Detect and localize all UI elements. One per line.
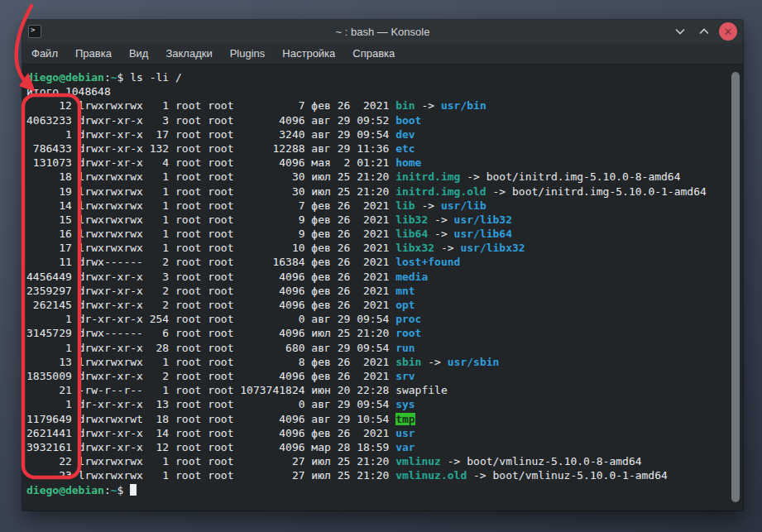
file-name: run — [395, 342, 415, 354]
symlink-arrow: -> — [467, 469, 492, 482]
prompt-user-host: diego@debian — [26, 71, 104, 84]
ls-row: 12 lrwxrwxrwx 1 root root 7 фев 26 2021 … — [26, 98, 730, 113]
ls-row-meta: 19 lrwxrwxrwx 1 root root 30 июл 25 21:2… — [26, 185, 395, 198]
ls-row-meta: 2359297 drwxr-xr-x 2 root root 4096 фев … — [26, 285, 395, 297]
symlink-arrow: -> — [421, 356, 447, 368]
ls-row-meta: 14 lrwxrwxrwx 1 root root 7 фев 26 2021 — [26, 199, 395, 212]
file-name: vmlinuz — [395, 455, 441, 467]
minimize-button[interactable] — [671, 22, 689, 41]
maximize-button[interactable] — [695, 22, 713, 41]
symlink-target: usr/libx32 — [460, 242, 525, 254]
file-name: tmp — [395, 413, 415, 425]
symlink-target: usr/lib32 — [454, 213, 512, 226]
ls-row-meta: 16 lrwxrwxrwx 1 root root 9 фев 26 2021 — [26, 228, 395, 240]
file-name: bin — [395, 99, 415, 112]
close-icon: ✕ — [724, 26, 733, 37]
ls-row: 1 dr-xr-xr-x 13 root root 0 авг 29 09:54… — [26, 397, 730, 411]
ls-row-meta: 11 drwx------ 2 root root 16384 фев 26 2… — [26, 256, 395, 268]
file-name: srv — [395, 370, 415, 382]
ls-row: 17 lrwxrwxrwx 1 root root 10 фев 26 2021… — [26, 241, 730, 255]
ls-row-meta: 1179649 drwxrwxrwt 18 root root 4096 авг… — [26, 413, 395, 425]
ls-row: 16 lrwxrwxrwx 1 root root 9 фев 26 2021 … — [26, 227, 730, 241]
chevron-down-icon — [675, 28, 685, 35]
file-name: proc — [395, 313, 421, 325]
file-name: sys — [395, 398, 415, 410]
konsole-app-icon[interactable] — [28, 25, 41, 38]
prompt-cwd: ~ — [111, 484, 117, 496]
symlink-target: boot/initrd.img-5.10.0-8-amd64 — [486, 170, 681, 183]
menu-bar: ФайлПравкаВидЗакладкиPluginsНастройкаСпр… — [22, 43, 743, 65]
ls-row: 131073 drwxr-xr-x 4 root root 4096 мая 2… — [26, 156, 730, 170]
symlink-target: usr/lib — [441, 199, 486, 212]
text-cursor — [130, 484, 137, 496]
symlink-arrow: -> — [441, 455, 467, 467]
desktop-background: { "window": { "title": "~ : bash — Konso… — [0, 0, 762, 532]
menu-item-вид[interactable]: Вид — [129, 47, 149, 60]
symlink-arrow: -> — [428, 228, 453, 240]
file-name: lost+found — [395, 256, 460, 268]
file-name: usr — [395, 427, 415, 439]
symlink-arrow: -> — [415, 199, 441, 212]
symlink-target: boot/initrd.img-5.10.0-1-amd64 — [512, 185, 707, 198]
ls-row: 2621441 drwxr-xr-x 14 root root 4096 фев… — [26, 426, 730, 440]
file-name: home — [395, 156, 421, 169]
ls-row: 4063233 drwxr-xr-x 3 root root 4096 авг … — [26, 113, 730, 127]
symlink-target: boot/vmlinuz-5.10.0-1-amd64 — [493, 469, 668, 482]
close-button[interactable]: ✕ — [719, 22, 737, 41]
scrollbar-handle[interactable] — [731, 72, 740, 502]
ls-row: 1179649 drwxrwxrwt 18 root root 4096 авг… — [26, 412, 730, 426]
ls-row: 4456449 drwxr-xr-x 3 root root 4096 фев … — [26, 270, 730, 284]
menu-item-правка[interactable]: Правка — [75, 47, 112, 60]
symlink-target: usr/bin — [441, 99, 486, 112]
ls-row: 21 -rw-r--r-- 1 root root 1073741824 июн… — [26, 383, 730, 397]
ls-row-meta: 3145729 drwx------ 6 root root 4096 июл … — [26, 327, 395, 339]
chevron-up-icon — [699, 28, 709, 35]
symlink-arrow: -> — [434, 242, 460, 254]
file-name: vmlinuz.old — [395, 469, 467, 482]
scrollbar-track[interactable] — [730, 65, 741, 510]
ls-row-meta: 18 lrwxrwxrwx 1 root root 30 июл 25 21:2… — [26, 170, 395, 183]
window-titlebar[interactable]: ~ : bash — Konsole ✕ — [22, 20, 743, 43]
ls-row-meta: 4456449 drwxr-xr-x 3 root root 4096 фев … — [26, 271, 395, 283]
menu-item-файл[interactable]: Файл — [31, 47, 58, 60]
ls-row-meta: 21 -rw-r--r-- 1 root root 1073741824 июн… — [26, 384, 395, 396]
file-name: swapfile — [395, 384, 448, 396]
ls-row-meta: 13 lrwxrwxrwx 1 root root 8 фев 26 2021 — [26, 356, 395, 368]
ls-row: 2359297 drwxr-xr-x 2 root root 4096 фев … — [26, 284, 730, 298]
menu-item-справка[interactable]: Справка — [352, 47, 395, 60]
ls-row-meta: 1 dr-xr-xr-x 254 root root 0 авг 29 09:5… — [26, 313, 395, 325]
terminal-output: diego@debian:~$ ls -li /итого 1048648 12… — [22, 65, 743, 497]
file-name: opt — [395, 299, 415, 311]
menu-item-plugins[interactable]: Plugins — [230, 47, 266, 60]
menu-item-настройка[interactable]: Настройка — [282, 47, 335, 60]
ls-row: 14 lrwxrwxrwx 1 root root 7 фев 26 2021 … — [26, 199, 730, 213]
ls-row: 1 dr-xr-xr-x 254 root root 0 авг 29 09:5… — [26, 312, 730, 326]
prompt-user-host: diego@debian — [26, 484, 104, 496]
file-name: initrd.img.old — [395, 185, 486, 198]
file-name: root — [395, 327, 421, 339]
file-name: var — [395, 441, 415, 453]
file-name: lib32 — [395, 213, 428, 226]
ls-row-meta: 1 dr-xr-xr-x 13 root root 0 авг 29 09:54 — [26, 398, 395, 410]
ls-row: 1 drwxr-xr-x 17 root root 3240 авг 29 09… — [26, 127, 730, 141]
file-name: dev — [395, 128, 415, 141]
ls-row: 3145729 drwx------ 6 root root 4096 июл … — [26, 326, 730, 340]
ls-row-meta: 12 lrwxrwxrwx 1 root root 7 фев 26 2021 — [26, 99, 395, 112]
symlink-arrow: -> — [486, 185, 512, 198]
ls-row: 18 lrwxrwxrwx 1 root root 30 июл 25 21:2… — [26, 170, 730, 184]
file-name: sbin — [395, 356, 421, 368]
ls-row-meta: 3932161 drwxr-xr-x 12 root root 4096 мар… — [26, 441, 395, 453]
command-line: diego@debian:~$ ls -li / — [26, 70, 730, 84]
symlink-arrow: -> — [460, 170, 486, 183]
terminal-area[interactable]: diego@debian:~$ ls -li /итого 1048648 12… — [22, 65, 743, 510]
file-name: lib64 — [395, 228, 428, 240]
prompt-cwd: ~ — [111, 71, 117, 84]
menu-item-закладки[interactable]: Закладки — [165, 47, 212, 60]
ls-row-meta: 23 lrwxrwxrwx 1 root root 27 июл 25 21:2… — [26, 469, 395, 482]
file-name: boot — [395, 114, 421, 127]
file-name: media — [395, 271, 428, 283]
ls-row: 3932161 drwxr-xr-x 12 root root 4096 мар… — [26, 440, 730, 454]
ls-row-meta: 17 lrwxrwxrwx 1 root root 10 фев 26 2021 — [26, 242, 395, 254]
window-title: ~ : bash — Konsole — [22, 26, 743, 38]
window-controls: ✕ — [671, 22, 737, 41]
